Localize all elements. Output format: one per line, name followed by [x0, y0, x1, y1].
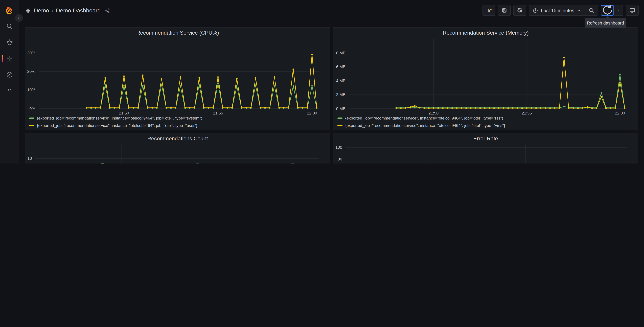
- apps-grid-icon[interactable]: [25, 8, 31, 14]
- search-icon[interactable]: [6, 23, 13, 30]
- legend-series-swatch: [338, 118, 342, 119]
- refresh-dashboard-button[interactable]: [601, 5, 614, 16]
- legend-series-label: {exported_job="recommendationservice", i…: [345, 123, 505, 128]
- panel: Recommendations Count024681021:5021:5522…: [25, 133, 330, 164]
- panel: Error Rate02040608010021:5021:5522:00{in…: [333, 133, 638, 164]
- clock-icon: [532, 8, 538, 13]
- topbar-actions: Last 15 minutes: [482, 5, 639, 16]
- sidebar: [0, 0, 19, 164]
- dashboard-settings-button[interactable]: [514, 5, 526, 16]
- legend-item[interactable]: {exported_job="recommendationservice", i…: [338, 123, 636, 128]
- panel-plot: [334, 28, 638, 130]
- time-picker-group: Last 15 minutes: [529, 5, 598, 16]
- legend-item[interactable]: {exported_job="recommendationservice", i…: [29, 116, 329, 121]
- legend-series-swatch: [338, 125, 342, 126]
- share-icon[interactable]: [105, 8, 110, 14]
- explore-compass-icon[interactable]: [6, 71, 13, 78]
- breadcrumb-section[interactable]: Demo: [34, 8, 49, 14]
- panel: Recommendation Service (CPU%)0%10%20%30%…: [25, 27, 330, 130]
- panel-plot: [25, 28, 330, 130]
- add-panel-button[interactable]: [482, 5, 495, 16]
- panel-plot: [334, 133, 638, 164]
- grafana-dashboard: Demo / Demo Dashboard Las: [0, 0, 644, 164]
- breadcrumb-page[interactable]: Demo Dashboard: [56, 8, 101, 14]
- refresh-interval-dropdown[interactable]: [614, 5, 623, 16]
- panel-plot: [25, 133, 330, 164]
- legend-series-label: {exported_job="recommendationservice", i…: [37, 116, 202, 120]
- legend-item[interactable]: {exported_job="recommendationservice", i…: [29, 123, 329, 128]
- legend-series-swatch: [29, 118, 34, 119]
- active-section-indicator: [2, 55, 3, 62]
- chevron-down-icon: [577, 8, 582, 13]
- legend-series-label: {exported_job="recommendationservice", i…: [37, 123, 197, 128]
- dashboards-icon[interactable]: [6, 55, 13, 62]
- save-dashboard-button[interactable]: [498, 5, 511, 16]
- alerting-bell-icon[interactable]: [6, 87, 13, 94]
- refresh-tooltip: Refresh dashboard: [584, 18, 626, 28]
- legend-series-swatch: [29, 125, 34, 126]
- panel: Recommendation Service (Memory)0 MB2 MB4…: [333, 27, 638, 130]
- breadcrumb: Demo / Demo Dashboard: [25, 0, 110, 22]
- zoom-out-button[interactable]: [585, 5, 598, 16]
- topbar: Demo / Demo Dashboard Las: [19, 0, 644, 22]
- refresh-group: [601, 5, 623, 16]
- legend-series-label: {exported_job="recommendationservice", i…: [345, 116, 503, 120]
- time-range-picker[interactable]: Last 15 minutes: [529, 5, 585, 16]
- tv-kiosk-button[interactable]: [626, 5, 639, 16]
- grafana-logo-icon[interactable]: [5, 6, 14, 15]
- time-range-label: Last 15 minutes: [541, 8, 574, 13]
- legend-item[interactable]: {exported_job="recommendationservice", i…: [338, 116, 636, 121]
- expand-sidebar-button[interactable]: [15, 14, 23, 22]
- breadcrumb-separator: /: [52, 8, 53, 14]
- star-icon[interactable]: [6, 39, 13, 46]
